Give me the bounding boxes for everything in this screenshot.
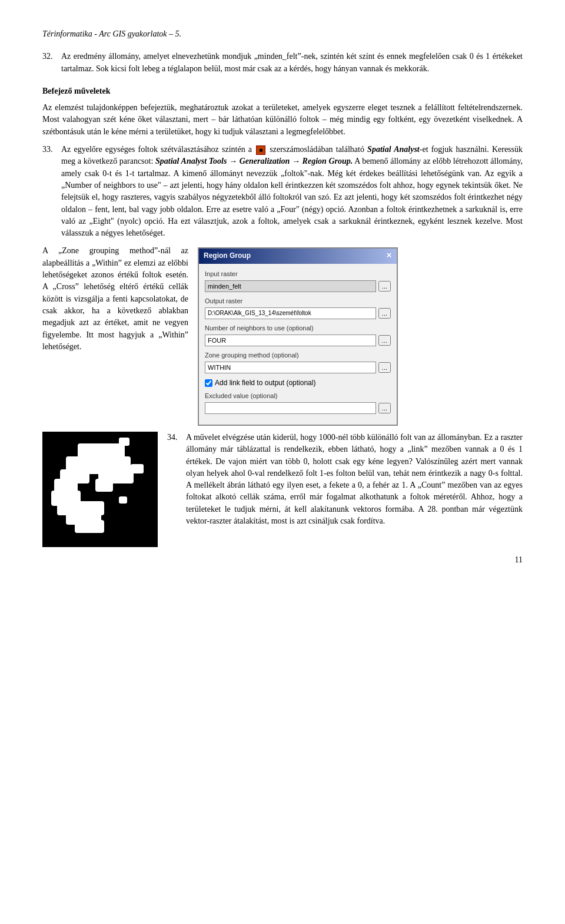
output-raster-row: Output raster ...: [205, 297, 391, 319]
excluded-value-field[interactable]: [205, 402, 376, 414]
input-raster-field[interactable]: [205, 280, 376, 292]
section-heading-body: Az elemzést tulajdonképpen befejeztük, m…: [42, 102, 523, 138]
section-33-text: Az egyelőre egységes foltok szétválasztá…: [61, 144, 523, 239]
section-33: 33. Az egyelőre egységes foltok szétvála…: [42, 144, 523, 239]
raster-image: [42, 432, 158, 547]
section-34: 34. A művelet elvégzése után kiderül, ho…: [167, 432, 523, 527]
section-34-text: A művelet elvégzése után kiderül, hogy 1…: [186, 432, 523, 527]
output-raster-label: Output raster: [205, 297, 391, 306]
add-link-label: Add link field to output (optional): [215, 378, 315, 388]
output-raster-field[interactable]: [205, 307, 376, 319]
dialog-container: Region Group ✕ Input raster ... Outp: [198, 245, 523, 425]
excluded-value-label: Excluded value (optional): [205, 392, 391, 401]
input-raster-row: Input raster ...: [205, 270, 391, 292]
section-33-text-before-icon: Az egyelőre egységes foltok szétválasztá…: [61, 145, 255, 154]
zone-grouping-field[interactable]: [205, 362, 376, 373]
page-title: Térinformatika - Arc GIS gyakorlatok – 5…: [42, 28, 523, 40]
section-32: 32. Az eredmény állomány, amelyet elneve…: [42, 51, 523, 75]
add-link-row: Add link field to output (optional): [205, 378, 391, 388]
section-34-content: 34. A művelet elvégzése után kiderül, ho…: [167, 432, 523, 547]
dialog-body: Input raster ... Output raster ...: [199, 264, 397, 425]
zone-grouping-row: Zone grouping method (optional) ...: [205, 351, 391, 373]
zone-grouping-browse-button[interactable]: ...: [378, 362, 391, 373]
neighbors-label: Number of neighbors to use (optional): [205, 324, 391, 333]
region-group-dialog: Region Group ✕ Input raster ... Outp: [198, 247, 398, 425]
section-32-number: 32.: [42, 51, 61, 75]
spatial-analyst-icon: ■: [256, 145, 265, 155]
two-column-section: A „Zone grouping method”-nál az alapbeál…: [42, 245, 523, 425]
dialog-title-bar: Region Group ✕: [199, 249, 397, 263]
excluded-value-row: Excluded value (optional) ...: [205, 392, 391, 414]
output-raster-browse-button[interactable]: ...: [378, 308, 391, 319]
left-column-text: A „Zone grouping method”-nál az alapbeál…: [42, 245, 188, 425]
dialog-title-text: Region Group: [204, 251, 251, 261]
neighbors-field[interactable]: [205, 335, 376, 346]
section-34-number: 34.: [167, 432, 186, 527]
add-link-checkbox[interactable]: [205, 379, 212, 387]
excluded-value-browse-button[interactable]: ...: [378, 403, 391, 413]
section-34-container: 34. A művelet elvégzése után kiderül, ho…: [42, 432, 523, 547]
section-33-text-after-icon: szerszámosládában található Spatial Anal…: [61, 145, 523, 237]
section-heading: Befejező műveletek: [42, 85, 523, 97]
input-raster-browse-button[interactable]: ...: [378, 281, 391, 292]
dialog-close-icon[interactable]: ✕: [386, 251, 392, 261]
section-32-text: Az eredmény állomány, amelyet elnevezhet…: [61, 51, 523, 75]
input-raster-label: Input raster: [205, 270, 391, 279]
neighbors-browse-button[interactable]: ...: [378, 335, 391, 346]
zone-grouping-label: Zone grouping method (optional): [205, 351, 391, 360]
section-33-number: 33.: [42, 144, 61, 239]
page-number: 11: [515, 554, 523, 566]
neighbors-row: Number of neighbors to use (optional) ..…: [205, 324, 391, 346]
